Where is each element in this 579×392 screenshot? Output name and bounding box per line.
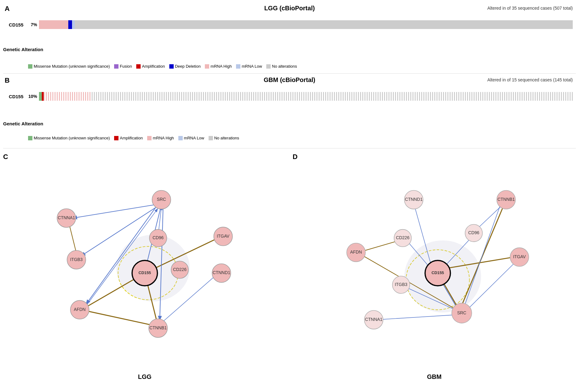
- legend-noalt-a: No alterations: [266, 64, 297, 69]
- node-cd96-c: CD96: [149, 230, 167, 247]
- legend-amp-label-a: Amplification: [142, 64, 165, 69]
- node-ctnnb1-d: CTNNB1: [497, 190, 515, 209]
- missense-swatch: [28, 64, 32, 69]
- panel-d-net-label: GBM: [290, 373, 579, 380]
- svg-text:ITGAV: ITGAV: [217, 234, 229, 239]
- panel-b-bar: [39, 92, 573, 101]
- node-itgav-c: ITGAV: [214, 227, 233, 246]
- deepdel-swatch: [169, 64, 174, 69]
- node-ctnnb1-c: CTNNB1: [149, 319, 167, 337]
- svg-text:CTNND1: CTNND1: [405, 197, 422, 202]
- svg-text:ITGB3: ITGB3: [70, 257, 83, 262]
- panel-a-subtitle: Altered in of 35 sequenced cases (507 to…: [487, 6, 573, 11]
- panel-cd: C: [0, 150, 579, 390]
- mrnal-swatch-a: [236, 64, 240, 69]
- svg-text:SRC: SRC: [157, 197, 166, 202]
- panel-a-pct: 7%: [25, 22, 37, 27]
- node-afdn-c: AFDN: [70, 300, 89, 319]
- no-alt-seg-b: [92, 92, 573, 101]
- legend-noalt-label-b: No alterations: [214, 136, 239, 140]
- svg-text:CD226: CD226: [396, 235, 410, 240]
- noalt-swatch-a: [266, 64, 271, 69]
- node-cd96-d: CD96: [465, 225, 482, 242]
- node-ctnnd1-c: CTNND1: [212, 264, 231, 283]
- legend-mrna-high-a: mRNA High: [205, 64, 232, 69]
- svg-text:CTNNA1: CTNNA1: [365, 317, 382, 322]
- node-cd155-d: CD155: [425, 260, 450, 286]
- deep-del-segment: [68, 20, 72, 29]
- divider-ab: [3, 73, 576, 74]
- mrna-low-segment: [72, 20, 75, 29]
- amp-swatch-a: [136, 64, 141, 69]
- panel-b: B GBM (cBioPortal) Altered in of 15 sequ…: [3, 75, 576, 143]
- legend-noalt-b: No alterations: [209, 136, 239, 140]
- svg-text:CD155: CD155: [431, 270, 444, 275]
- svg-text:CD96: CD96: [152, 235, 164, 240]
- panel-a-gene: CD155: [6, 22, 23, 27]
- noalt-swatch-b: [209, 136, 213, 140]
- svg-text:CTNNB1: CTNNB1: [149, 325, 167, 330]
- panel-c-label: C: [3, 153, 8, 161]
- legend-mrna-high-b: mRNA High: [147, 136, 174, 140]
- node-cd226-d: CD226: [394, 230, 411, 247]
- legend-amplification-a: Amplification: [136, 64, 165, 69]
- legend-mrna-low-a: mRNA Low: [236, 64, 262, 69]
- panel-b-gene: CD155: [6, 94, 23, 99]
- fusion-swatch: [114, 64, 118, 69]
- legend-amp-label-b: Amplification: [120, 136, 143, 140]
- panel-a-bar: [39, 20, 573, 29]
- panel-c-svg: SRC ITGAV CD96 CD226 CTNND1: [0, 150, 290, 390]
- mrna-high-seg-b: [44, 92, 92, 101]
- legend-missense-label: Missense Mutation (unknown significance): [34, 64, 110, 69]
- node-cd226-c: CD226: [171, 261, 189, 278]
- genetic-alt-label-a: Genetic Alteration: [3, 47, 43, 52]
- genetic-alt-label-b: Genetic Alteration: [3, 121, 43, 126]
- panel-a: A LGG (cBioPortal) Altered in of 35 sequ…: [3, 3, 576, 72]
- svg-text:ITGAV: ITGAV: [513, 254, 526, 259]
- svg-text:CTNNB1: CTNNB1: [497, 197, 515, 202]
- mrnah-swatch-b: [147, 136, 152, 140]
- svg-text:AFDN: AFDN: [74, 307, 86, 312]
- missense-swatch-b: [28, 136, 32, 140]
- svg-text:CD226: CD226: [173, 267, 187, 272]
- legend-missense-label-b: Missense Mutation (unknown significance): [34, 136, 110, 140]
- legend-mrnah-label-b: mRNA High: [153, 136, 174, 140]
- node-ctnna1-d: CTNNA1: [364, 310, 383, 329]
- svg-text:CD155: CD155: [138, 270, 151, 275]
- svg-text:CTNNA1: CTNNA1: [58, 215, 75, 220]
- legend-missense: Missense Mutation (unknown significance): [28, 64, 110, 69]
- node-itgb3-d: ITGB3: [392, 276, 410, 293]
- node-itgb3-c: ITGB3: [67, 250, 86, 269]
- panel-b-legend: Missense Mutation (unknown significance)…: [28, 136, 239, 140]
- amp-swatch-b: [114, 136, 118, 140]
- panel-c-net-label: LGG: [0, 373, 290, 380]
- legend-mrnal-label-a: mRNA Low: [242, 64, 262, 69]
- legend-deepdel-label: Deep Deletion: [175, 64, 200, 69]
- svg-text:CD96: CD96: [468, 230, 479, 235]
- svg-text:AFDN: AFDN: [350, 249, 362, 254]
- missense-seg-b: [39, 92, 42, 101]
- node-ctnnd1-d: CTNND1: [404, 190, 423, 209]
- no-alt-segment: [75, 20, 573, 29]
- legend-mrnal-label-b: mRNA Low: [184, 136, 204, 140]
- node-afdn-d: AFDN: [346, 243, 365, 262]
- legend-fusion-label: Fusion: [120, 64, 132, 69]
- legend-missense-b: Missense Mutation (unknown significance): [28, 136, 110, 140]
- panel-c: C: [0, 150, 290, 390]
- svg-text:CTNND1: CTNND1: [213, 270, 230, 275]
- legend-deepdel: Deep Deletion: [169, 64, 200, 69]
- panel-d-label: D: [293, 153, 298, 161]
- svg-text:SRC: SRC: [457, 310, 466, 315]
- node-cd155-c: CD155: [132, 260, 157, 286]
- mrnah-swatch-a: [205, 64, 209, 69]
- amp-seg-b: [42, 92, 44, 101]
- node-itgav-d: ITGAV: [510, 248, 529, 266]
- legend-mrnah-label-a: mRNA High: [210, 64, 232, 69]
- panel-d-svg: CTNND1 CTNNB1 CD226 CD96 ITGAV: [290, 150, 579, 390]
- legend-noalt-label-a: No alterations: [272, 64, 297, 69]
- legend-mrna-low-b: mRNA Low: [178, 136, 204, 140]
- node-src-d: SRC: [451, 303, 471, 323]
- legend-fusion: Fusion: [114, 64, 132, 69]
- node-src-c: SRC: [152, 190, 171, 209]
- svg-text:ITGB3: ITGB3: [395, 282, 407, 287]
